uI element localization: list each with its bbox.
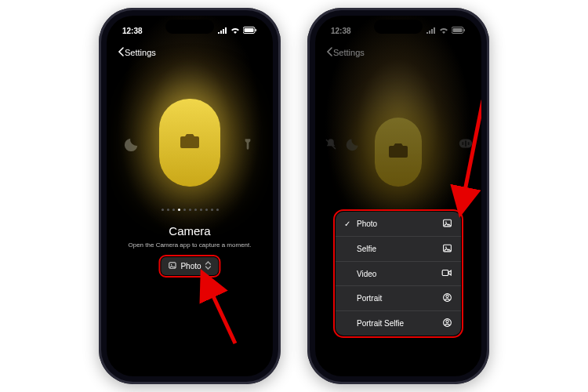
clock: 12:38	[331, 27, 351, 35]
page-dot	[183, 209, 186, 211]
action-card-camera[interactable]	[159, 99, 220, 187]
image-icon	[168, 261, 176, 271]
svg-point-5	[171, 264, 172, 265]
annotation-arrow	[198, 268, 252, 354]
camera-icon	[386, 138, 411, 166]
bell-slash-icon[interactable]	[320, 133, 342, 155]
wifi-icon	[230, 27, 240, 35]
image-icon	[442, 218, 452, 230]
signal-icon	[426, 27, 436, 35]
video-icon	[441, 268, 452, 279]
svg-point-19	[445, 247, 447, 249]
flashlight-icon[interactable]	[237, 133, 259, 155]
svg-point-22	[446, 295, 448, 297]
dynamic-island	[374, 20, 423, 34]
back-button[interactable]: Settings	[326, 47, 365, 58]
page-dot	[162, 209, 164, 211]
back-label: Settings	[333, 48, 365, 57]
person-icon	[442, 292, 452, 304]
page-dot	[200, 209, 202, 211]
svg-rect-8	[453, 28, 463, 32]
svg-point-17	[445, 222, 447, 223]
svg-point-24	[446, 320, 448, 322]
moon-icon[interactable]	[121, 133, 143, 155]
dynamic-island	[165, 20, 214, 34]
mode-selector-label: Photo	[180, 262, 201, 270]
svg-rect-20	[442, 270, 448, 276]
wifi-icon	[439, 27, 448, 35]
svg-line-6	[204, 276, 235, 343]
mode-option-label: Selfie	[357, 245, 376, 253]
svg-rect-12	[462, 142, 463, 145]
voice-icon[interactable]	[455, 133, 477, 155]
page-dot	[205, 209, 208, 211]
page-dot	[216, 209, 219, 211]
camera-icon	[177, 129, 202, 157]
mode-option[interactable]: Video	[336, 262, 461, 286]
action-subtitle: Open the Camera app to capture a moment.	[107, 241, 273, 249]
page-dot	[211, 209, 213, 211]
page-dot	[194, 209, 197, 211]
page-dots	[107, 209, 273, 211]
back-button[interactable]: Settings	[118, 47, 156, 58]
image-icon	[442, 243, 452, 255]
mode-option-label: Portrait Selfie	[357, 319, 404, 328]
mode-option[interactable]: Portrait Selfie	[336, 311, 461, 336]
mode-option-label: Portrait	[357, 294, 382, 303]
mode-option[interactable]: Portrait	[336, 286, 461, 311]
phone-right: 12:38 Settings	[307, 8, 489, 384]
svg-rect-13	[465, 140, 466, 146]
page-dot	[178, 209, 180, 211]
chevron-updown-icon	[205, 261, 212, 271]
page-dot	[189, 209, 191, 211]
mode-option-label: Photo	[357, 220, 377, 228]
svg-rect-14	[468, 142, 470, 145]
signal-icon	[218, 27, 227, 35]
chevron-left-icon	[326, 47, 333, 58]
mode-option-label: Video	[357, 270, 376, 278]
check-icon: ✓	[344, 220, 351, 228]
battery-icon	[452, 27, 466, 35]
mode-dropdown-menu: ✓PhotoSelfieVideoPortraitPortrait Selfie	[336, 212, 461, 336]
action-card-camera[interactable]	[375, 118, 422, 187]
page-dot	[167, 209, 169, 211]
battery-icon	[243, 27, 257, 35]
mode-option[interactable]: Selfie	[336, 237, 461, 262]
person-icon	[442, 318, 452, 329]
page-dot	[172, 209, 175, 211]
svg-rect-9	[464, 29, 466, 31]
back-label: Settings	[125, 48, 156, 57]
svg-rect-2	[256, 29, 257, 31]
action-title: Camera	[107, 224, 273, 238]
chevron-left-icon	[118, 47, 125, 58]
mode-selector-button[interactable]: Photo	[161, 257, 218, 275]
clock: 12:38	[122, 27, 143, 35]
mode-option[interactable]: ✓Photo	[336, 212, 461, 237]
moon-icon[interactable]	[342, 133, 364, 155]
svg-rect-1	[245, 28, 254, 32]
phone-left: 12:38 Settings	[99, 8, 281, 384]
